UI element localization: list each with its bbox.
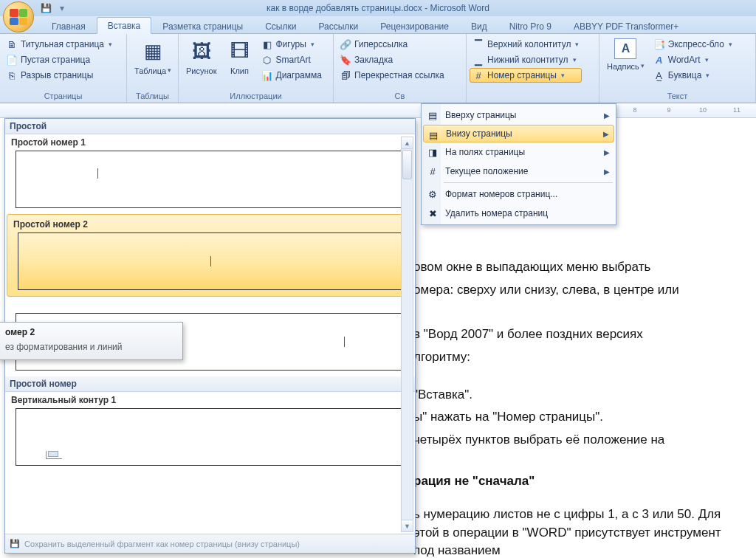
bookmark-icon: 🔖 bbox=[340, 54, 351, 66]
gallery-scrollbar[interactable]: ▲ ▼ bbox=[401, 137, 413, 532]
gallery-item-plain-1[interactable]: Простой номер 1 bbox=[5, 134, 415, 208]
horizontal-ruler[interactable]: 3456789101112 bbox=[0, 103, 756, 118]
header-button[interactable]: ▔Верхний колонтитул bbox=[470, 37, 582, 52]
tab-insert[interactable]: Вставка bbox=[97, 17, 152, 34]
group-tables-label: Таблицы bbox=[130, 90, 175, 103]
cross-ref-icon: 🗐 bbox=[340, 69, 351, 81]
drop-cap-icon: A̲ bbox=[653, 69, 665, 81]
blank-page-icon: 📄 bbox=[6, 54, 18, 66]
ribbon: 🗎Титульная страница 📄Пустая страница ⎘Ра… bbox=[0, 34, 756, 103]
picture-button[interactable]: 🖼Рисунок bbox=[182, 35, 221, 76]
page-format-icon: ⚙ bbox=[426, 187, 439, 201]
chart-icon: 📊 bbox=[261, 69, 273, 81]
scroll-up-icon[interactable]: ▲ bbox=[402, 137, 413, 149]
footer-icon: ▁ bbox=[472, 54, 484, 66]
gallery-item-plain-2[interactable]: Простой номер 2 bbox=[7, 214, 413, 297]
chart-button[interactable]: 📊Диаграмма bbox=[258, 68, 325, 83]
office-button[interactable] bbox=[3, 1, 34, 32]
quick-access-toolbar: 💾 ▾ bbox=[40, 2, 68, 14]
page-current-icon: # bbox=[426, 165, 439, 178]
group-text-label: Текст bbox=[602, 90, 752, 103]
table-button[interactable]: ▦ Таблица bbox=[130, 35, 176, 76]
save-icon[interactable]: 💾 bbox=[40, 2, 52, 14]
hyperlink-icon: 🔗 bbox=[340, 38, 351, 50]
wordart-icon: A bbox=[653, 54, 665, 66]
smartart-button[interactable]: ⬡SmartArt bbox=[258, 52, 325, 67]
scroll-thumb[interactable] bbox=[402, 150, 412, 179]
tab-page-layout[interactable]: Разметка страницы bbox=[151, 18, 254, 34]
text-box-button[interactable]: AНадпись bbox=[602, 35, 649, 72]
menu-separator bbox=[444, 182, 613, 183]
menu-bottom-of-page[interactable]: ▤Внизу страницы▶ bbox=[423, 125, 614, 142]
hyperlink-button[interactable]: 🔗Гиперссылка bbox=[337, 37, 447, 52]
cover-page-button[interactable]: 🗎Титульная страница bbox=[3, 37, 115, 52]
window-title: как в ворде добавлять страницы.docx - Mi… bbox=[267, 3, 489, 13]
scroll-down-icon[interactable]: ▼ bbox=[402, 520, 413, 531]
ribbon-tabs: Главная Вставка Разметка страницы Ссылки… bbox=[0, 16, 756, 34]
quick-parts-icon: 📑 bbox=[653, 38, 665, 50]
menu-format-page-numbers[interactable]: ⚙Формат номеров страниц... bbox=[423, 185, 614, 204]
menu-current-position[interactable]: #Текущее положение▶ bbox=[423, 162, 614, 181]
footer-button[interactable]: ▁Нижний колонтитул bbox=[470, 52, 582, 67]
page-remove-icon: ✖ bbox=[426, 207, 439, 220]
gallery-header-simple: Простой bbox=[5, 119, 415, 134]
bookmark-button[interactable]: 🔖Закладка bbox=[337, 52, 447, 67]
gallery-item-tooltip: омер 2 ез форматирования и линий bbox=[0, 322, 183, 360]
group-links-label: Св bbox=[337, 90, 463, 103]
quick-parts-button[interactable]: 📑Экспресс-бло bbox=[650, 37, 735, 52]
group-header-footer-label bbox=[470, 90, 596, 103]
shapes-button[interactable]: ◧Фигуры bbox=[258, 37, 325, 52]
page-margin-icon: ◨ bbox=[426, 145, 439, 159]
qat-dropdown-icon[interactable]: ▾ bbox=[56, 2, 68, 14]
gallery-header-simple-num: Простой номер bbox=[5, 376, 415, 392]
tab-view[interactable]: Вид bbox=[460, 18, 498, 34]
tab-abbyy[interactable]: ABBYY PDF Transformer+ bbox=[563, 18, 690, 34]
page-number-icon: # bbox=[472, 69, 484, 81]
group-illustrations-label: Иллюстрации bbox=[182, 90, 330, 103]
picture-icon: 🖼 bbox=[189, 38, 214, 63]
menu-top-of-page[interactable]: ▤Вверху страницы▶ bbox=[423, 106, 614, 125]
page-top-icon: ▤ bbox=[426, 108, 439, 122]
tab-nitro[interactable]: Nitro Pro 9 bbox=[498, 18, 563, 34]
clip-button[interactable]: 🎞Клип bbox=[223, 35, 257, 76]
tab-references[interactable]: Ссылки bbox=[254, 18, 307, 34]
clip-icon: 🎞 bbox=[227, 38, 252, 63]
drop-cap-button[interactable]: A̲Буквица bbox=[650, 68, 735, 83]
header-icon: ▔ bbox=[472, 38, 484, 50]
tab-home[interactable]: Главная bbox=[41, 18, 97, 34]
shapes-icon: ◧ bbox=[261, 38, 273, 50]
cross-ref-button[interactable]: 🗐Перекрестная ссылка bbox=[337, 68, 447, 83]
gallery-footer[interactable]: 💾 Сохранить выделенный фрагмент как номе… bbox=[5, 534, 415, 553]
page-break-icon: ⎘ bbox=[6, 69, 18, 81]
group-pages-label: Страницы bbox=[3, 90, 123, 103]
tab-review[interactable]: Рецензирование bbox=[369, 18, 460, 34]
table-icon: ▦ bbox=[140, 38, 165, 63]
gallery-item-vertical-outline-1[interactable]: Вертикальный контур 1 bbox=[5, 392, 415, 466]
cover-page-icon: 🗎 bbox=[6, 38, 18, 50]
save-selection-icon: 💾 bbox=[10, 539, 20, 548]
wordart-button[interactable]: AWordArt bbox=[650, 52, 735, 67]
page-bottom-icon: ▤ bbox=[427, 128, 440, 142]
text-box-icon: A bbox=[614, 38, 636, 59]
blank-page-button[interactable]: 📄Пустая страница bbox=[3, 52, 115, 67]
menu-page-margins[interactable]: ◨На полях страницы▶ bbox=[423, 142, 614, 162]
page-number-menu: ▤Вверху страницы▶ ▤Внизу страницы▶ ◨На п… bbox=[421, 103, 616, 225]
smartart-icon: ⬡ bbox=[261, 54, 273, 66]
tab-mailings[interactable]: Рассылки bbox=[307, 18, 369, 34]
menu-remove-page-numbers[interactable]: ✖Удалить номера страниц bbox=[423, 204, 614, 223]
title-bar: 💾 ▾ как в ворде добавлять страницы.docx … bbox=[0, 0, 756, 16]
page-number-button[interactable]: #Номер страницы bbox=[470, 68, 582, 83]
page-break-button[interactable]: ⎘Разрыв страницы bbox=[3, 68, 115, 83]
